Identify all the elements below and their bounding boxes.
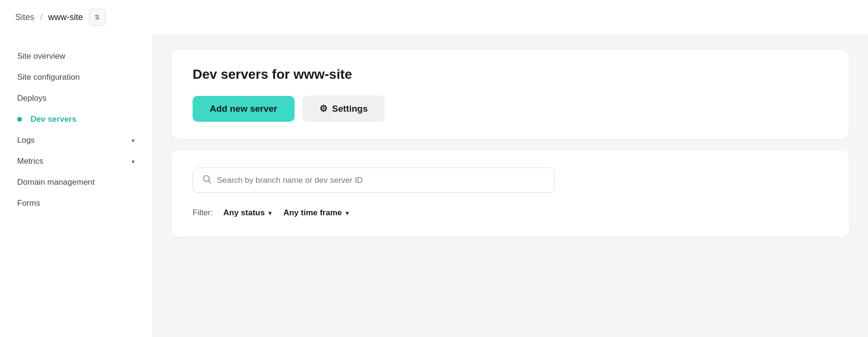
chevron-down-icon: ▾ xyxy=(268,210,272,217)
sidebar-item-label: Metrics xyxy=(17,157,43,166)
content-area: Dev servers for www-site Add new server … xyxy=(153,34,868,337)
settings-label: Settings xyxy=(332,104,368,114)
sidebar-item-label: Dev servers xyxy=(31,115,76,124)
gear-icon: ⚙ xyxy=(319,103,327,114)
chevron-down-icon: ▾ xyxy=(132,137,135,144)
switcher-icon: ⇅ xyxy=(94,13,100,21)
chevron-down-icon: ▾ xyxy=(132,158,135,165)
settings-button[interactable]: ⚙ Settings xyxy=(302,95,385,122)
search-input-wrapper xyxy=(193,168,555,193)
breadcrumb-separator: / xyxy=(40,12,42,22)
card-actions: Add new server ⚙ Settings xyxy=(193,95,828,122)
sidebar-item-label: Logs xyxy=(17,136,35,145)
site-switcher-button[interactable]: ⇅ xyxy=(89,9,106,26)
sidebar-item-logs[interactable]: Logs ▾ xyxy=(0,130,152,151)
search-input[interactable] xyxy=(217,176,545,185)
breadcrumb-sites[interactable]: Sites xyxy=(15,12,34,22)
sidebar-item-label: Deploys xyxy=(17,94,46,103)
svg-line-1 xyxy=(209,181,211,183)
active-indicator-icon xyxy=(17,117,22,122)
sidebar-item-metrics[interactable]: Metrics ▾ xyxy=(0,151,152,172)
sidebar-item-label: Forms xyxy=(17,199,40,208)
search-filter-card: Filter: Any status ▾ Any time frame ▾ xyxy=(172,150,849,237)
sidebar-item-site-overview[interactable]: Site overview xyxy=(0,46,152,67)
topbar: Sites / www-site ⇅ xyxy=(0,0,868,34)
add-new-server-button[interactable]: Add new server xyxy=(193,96,295,122)
search-icon xyxy=(203,175,211,186)
page-title: Dev servers for www-site xyxy=(193,67,828,82)
sidebar: Site overview Site configuration Deploys… xyxy=(0,34,153,337)
sidebar-item-forms[interactable]: Forms xyxy=(0,193,152,214)
status-filter-dropdown[interactable]: Any status ▾ xyxy=(223,206,273,220)
filter-label: Filter: xyxy=(193,208,213,218)
sidebar-item-label: Site overview xyxy=(17,52,65,61)
sidebar-item-label: Domain management xyxy=(17,178,95,187)
sidebar-item-site-configuration[interactable]: Site configuration xyxy=(0,67,152,88)
dev-servers-card: Dev servers for www-site Add new server … xyxy=(172,50,849,139)
chevron-down-icon: ▾ xyxy=(346,210,349,217)
status-filter-label: Any status xyxy=(224,208,265,218)
sidebar-item-deploys[interactable]: Deploys xyxy=(0,88,152,109)
sidebar-item-dev-servers[interactable]: Dev servers xyxy=(0,109,152,130)
main-area: Site overview Site configuration Deploys… xyxy=(0,34,868,337)
sidebar-item-domain-management[interactable]: Domain management xyxy=(0,172,152,193)
filter-row: Filter: Any status ▾ Any time frame ▾ xyxy=(193,206,828,220)
sidebar-item-label: Site configuration xyxy=(17,73,80,82)
time-filter-label: Any time frame xyxy=(283,208,342,218)
time-filter-dropdown[interactable]: Any time frame ▾ xyxy=(282,206,350,220)
breadcrumb-site-name: www-site xyxy=(48,12,83,22)
